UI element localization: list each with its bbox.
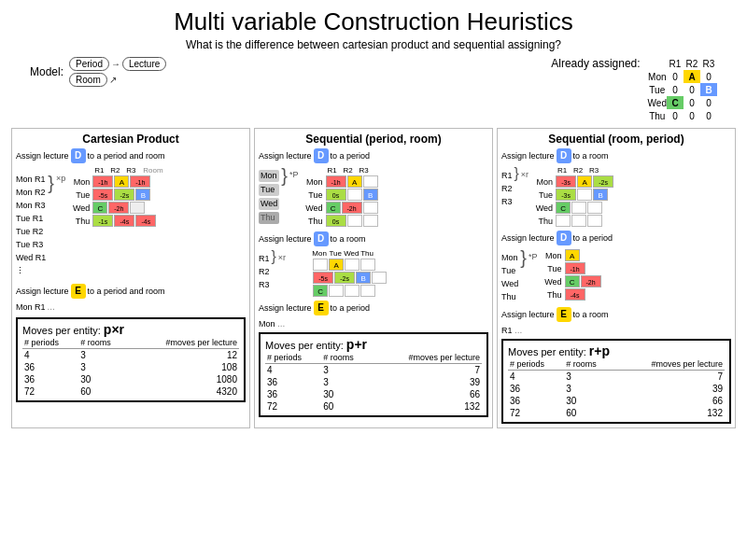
cartesian-assign2: Assign lecture E to a period and room — [16, 284, 246, 299]
page-title: Multi variable Construction Heuristics — [11, 7, 736, 36]
badge-e3: E — [557, 307, 571, 322]
seq-rp-assign2: Assign lecture D to a period — [501, 231, 731, 245]
model-box: Model: Period → Lecture Room ↗ — [30, 57, 166, 87]
col-cartesian: Cartesian Product Assign lecture D to a … — [11, 128, 250, 428]
badge-e1: E — [71, 284, 86, 299]
seq-rp-assign1: Assign lecture D to a room — [501, 148, 731, 163]
badge-d5: D — [557, 231, 571, 245]
arrow1: → — [111, 59, 120, 69]
lecture-pill: Lecture — [122, 57, 166, 71]
cartesian-moves: Moves per entity: p×r # periods # rooms … — [16, 317, 246, 402]
table-row: 36339 — [508, 383, 725, 395]
columns: Cartesian Product Assign lecture D to a … — [11, 128, 736, 428]
cartesian-title: Cartesian Product — [16, 133, 246, 146]
table-row: 72604320 — [22, 385, 239, 398]
seq-rp-title: Sequential (room, period) — [501, 133, 731, 146]
assigned-section: Already assigned: R1 R2 R3 Mon 0 A 0 — [551, 57, 717, 122]
seq-pr-assign3: Assign lecture E to a period — [259, 301, 488, 315]
badge-d2: D — [314, 148, 329, 163]
seq-rp-assign3: Assign lecture E to a room — [501, 307, 731, 322]
arrow2: ↗ — [109, 75, 117, 85]
table-row: 7260132 — [508, 407, 725, 419]
table-row: 437 — [508, 371, 725, 384]
table-row: 437 — [265, 364, 482, 377]
subtitle: What is the difference between cartesian… — [11, 38, 736, 51]
seq-rp-moves: Moves per entity: r+p # periods # rooms … — [501, 339, 731, 424]
table-row: 363066 — [508, 395, 725, 407]
seq-pr-moves: Moves per entity: p+r # periods # rooms … — [259, 332, 488, 417]
model-diagram: Period → Lecture Room ↗ — [69, 57, 166, 87]
col-seq-rp: Sequential (room, period) Assign lecture… — [497, 128, 736, 428]
cartesian-table: # periods # rooms #moves per lecture 431… — [22, 337, 239, 398]
table-row: 363108 — [22, 361, 239, 373]
assigned-label: Already assigned: — [551, 57, 640, 70]
table-row: 363066 — [265, 388, 482, 400]
page: Multi variable Construction Heuristics W… — [0, 0, 747, 560]
seq-pr-title: Sequential (period, room) — [259, 133, 488, 146]
room-pill: Room — [69, 73, 107, 87]
badge-e2: E — [314, 301, 329, 315]
col-seq-pr: Sequential (period, room) Assign lecture… — [254, 128, 493, 428]
seq-pr-formula: p+r — [346, 337, 367, 352]
table-row: 36339 — [265, 376, 482, 388]
badge-d1: D — [71, 148, 86, 163]
assigned-grid: R1 R2 R3 Mon 0 A 0 Tue 0 0 B — [648, 57, 717, 122]
cartesian-formula: p×r — [104, 322, 124, 337]
model-label: Model: — [30, 65, 63, 78]
top-section: Model: Period → Lecture Room ↗ Already a… — [11, 57, 736, 122]
period-pill: Period — [69, 57, 109, 71]
seq-rp-table: # periods # rooms #moves per lecture 437… — [508, 358, 725, 419]
seq-pr-assign2: Assign lecture D to a room — [259, 231, 488, 246]
seq-pr-table: # periods # rooms #moves per lecture 437… — [265, 352, 482, 413]
cartesian-assign1: Assign lecture D to a period and room — [16, 148, 246, 163]
seq-pr-assign1: Assign lecture D to a period — [259, 148, 488, 163]
table-row: 4312 — [22, 349, 239, 362]
table-row: 36301080 — [22, 373, 239, 385]
table-row: 7260132 — [265, 400, 482, 413]
badge-d3: D — [314, 231, 329, 246]
badge-d4: D — [557, 148, 571, 163]
seq-rp-formula: r+p — [589, 343, 610, 358]
